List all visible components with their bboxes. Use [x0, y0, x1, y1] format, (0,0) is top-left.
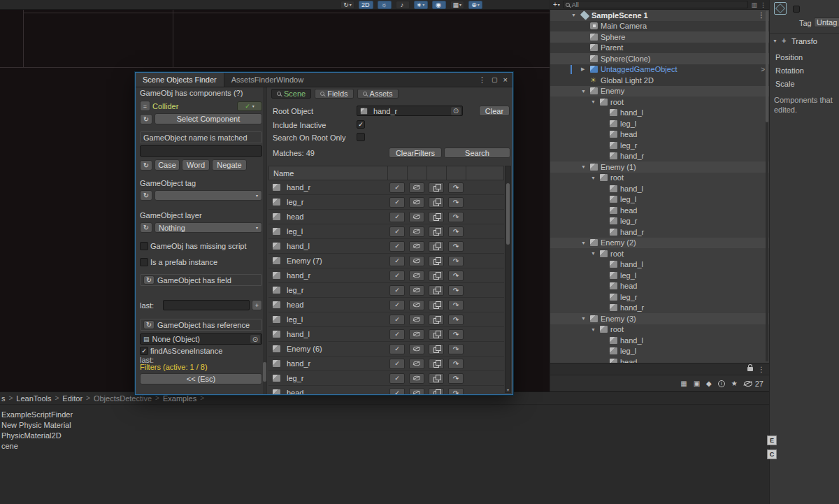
focus-object-button[interactable]: ↷	[448, 315, 464, 325]
hierarchy-row[interactable]: ▼ Enemy (3)	[550, 313, 769, 324]
hide-object-button[interactable]	[409, 226, 424, 237]
foldout-arrow-icon[interactable]: ▼	[571, 13, 580, 17]
status-icon[interactable]: ★	[731, 380, 738, 387]
scene-toolbar-button[interactable]: ⊕ ▾	[468, 1, 482, 9]
result-row[interactable]: hand_r ✓ ↷	[268, 268, 504, 283]
toggle-active-button[interactable]: ✓	[389, 182, 405, 193]
focus-object-button[interactable]: ↷	[448, 212, 464, 222]
search-root-only-checkbox[interactable]	[357, 133, 365, 141]
copy-object-button[interactable]	[429, 271, 444, 281]
lock-icon[interactable]	[747, 367, 753, 371]
scene-toolbar-button[interactable]: ↻ ▾	[340, 1, 354, 9]
copy-object-button[interactable]	[429, 256, 444, 266]
scene-toolbar-button[interactable]: 2D	[359, 1, 373, 9]
copy-object-button[interactable]	[429, 241, 444, 252]
hierarchy-row[interactable]: ▼ root	[550, 96, 769, 108]
toggle-active-button[interactable]: ✓	[389, 373, 405, 384]
hierarchy-row[interactable]: leg_l	[550, 194, 769, 206]
scene-toolbar-button[interactable]: ∗ ▾	[414, 1, 428, 9]
foldout-arrow-icon[interactable]: ▼	[581, 316, 590, 321]
hide-object-button[interactable]	[409, 300, 424, 310]
hierarchy-row[interactable]: leg_l	[550, 346, 769, 357]
project-file-item[interactable]: cene	[0, 440, 769, 451]
toggle-active-button[interactable]: ✓	[389, 197, 405, 208]
add-field-button[interactable]: +	[252, 300, 262, 310]
tag-dropdown[interactable]: ▾	[155, 190, 262, 201]
side-tab-letter[interactable]: E	[767, 435, 777, 445]
hierarchy-row[interactable]: Global Light 2D	[550, 75, 769, 86]
hierarchy-row[interactable]: head	[550, 205, 769, 216]
copy-object-button[interactable]	[429, 344, 444, 354]
project-file-item[interactable]: PhysicMaterial2D	[0, 430, 769, 440]
copy-object-button[interactable]	[429, 329, 444, 340]
hierarchy-row[interactable]: leg_l	[550, 118, 769, 129]
toggle-active-button[interactable]: ✓	[389, 256, 405, 266]
result-row[interactable]: head ✓ ↷	[268, 298, 504, 312]
foldout-arrow-icon[interactable]: ▼	[591, 251, 600, 256]
hierarchy-row[interactable]: head	[550, 129, 769, 141]
foldout-arrow-icon[interactable]: ▼	[591, 327, 600, 332]
layer-dropdown[interactable]: Nothing ▾	[155, 222, 262, 233]
hide-object-button[interactable]	[409, 285, 424, 296]
breadcrumb-item[interactable]: ObjectsDetective	[94, 394, 152, 403]
result-row[interactable]: leg_r ✓ ↷	[268, 283, 504, 298]
focus-object-button[interactable]: ↷	[448, 182, 464, 193]
status-icon[interactable]: ▣	[694, 380, 700, 387]
copy-object-button[interactable]	[429, 315, 444, 325]
focus-object-button[interactable]: ↷	[448, 300, 464, 310]
foldout-arrow-icon[interactable]: ▼	[581, 240, 590, 245]
focus-object-button[interactable]: ↷	[448, 344, 464, 354]
results-scrollbar[interactable]: ▾	[505, 166, 511, 393]
reset-field-button[interactable]: ↻	[143, 275, 155, 285]
focus-object-button[interactable]: ↷	[448, 359, 464, 369]
clear-filters-button[interactable]: ClearFilters	[389, 147, 442, 158]
close-icon[interactable]: ×	[503, 75, 508, 84]
copy-object-button[interactable]	[429, 226, 444, 237]
toggle-active-button[interactable]: ✓	[389, 212, 405, 222]
reset-tag-button[interactable]: ↻	[140, 190, 152, 201]
scene-toolbar-button[interactable]: ◉	[432, 1, 446, 9]
hide-object-button[interactable]	[409, 315, 424, 325]
foldout-arrow-icon[interactable]: ▼	[591, 99, 600, 104]
hierarchy-row[interactable]: hand_l	[550, 259, 769, 271]
hide-object-button[interactable]	[409, 182, 424, 193]
result-row[interactable]: leg_l ✓ ↷	[268, 224, 504, 239]
copy-object-button[interactable]	[429, 212, 444, 222]
result-row[interactable]: head ✓ ↷	[268, 210, 504, 224]
last-field-input[interactable]	[163, 300, 250, 310]
kebab-menu-icon[interactable]: ⋮	[760, 1, 766, 8]
toggle-active-button[interactable]: ✓	[389, 241, 405, 252]
foldout-arrow-icon[interactable]: ▶	[581, 66, 590, 72]
add-gameobject-button[interactable]: + ▾	[553, 1, 560, 8]
tag-dropdown[interactable]: Untag	[814, 17, 839, 27]
hierarchy-row[interactable]: ▼ root	[550, 248, 769, 259]
project-file-item[interactable]: ExampleScriptFinder	[0, 409, 769, 419]
maximize-icon[interactable]: ▢	[492, 76, 498, 83]
hide-object-button[interactable]	[409, 241, 424, 252]
toggle-active-button[interactable]: ✓	[389, 271, 405, 281]
hierarchy-row[interactable]: ▼ root	[550, 173, 769, 184]
scene-toolbar-button[interactable]: ♪	[396, 1, 410, 9]
component-enabled-dropdown[interactable]: ✓ ▾	[237, 101, 262, 111]
copy-object-button[interactable]	[429, 285, 444, 296]
hierarchy-search-input[interactable]: All	[563, 1, 749, 8]
focus-object-button[interactable]: ↷	[448, 329, 464, 340]
status-icon[interactable]: i	[718, 380, 725, 387]
hierarchy-row[interactable]: hand_r	[550, 151, 769, 162]
hide-object-button[interactable]	[409, 256, 424, 266]
search-mode-tab[interactable]: Fields	[315, 89, 353, 99]
clear-root-button[interactable]: Clear	[479, 106, 510, 116]
object-picker-icon[interactable]: ⊙	[250, 335, 260, 343]
name-column-header[interactable]: Name	[269, 166, 388, 180]
focus-object-button[interactable]: ↷	[448, 285, 464, 296]
hierarchy-row[interactable]: hand_l	[550, 183, 769, 194]
focus-object-button[interactable]: ↷	[448, 256, 464, 266]
result-row[interactable]: leg_r ✓ ↷	[268, 371, 504, 386]
toggle-active-button[interactable]: ✓	[389, 344, 405, 354]
hierarchy-row[interactable]: head	[550, 281, 769, 292]
foldout-arrow-icon[interactable]: ▼	[581, 164, 590, 169]
include-inactive-checkbox[interactable]: ✓	[357, 120, 365, 129]
reset-name-button[interactable]: ↻	[140, 160, 152, 171]
hierarchy-row[interactable]: leg_r	[550, 140, 769, 151]
focus-object-button[interactable]: ↷	[448, 197, 464, 208]
